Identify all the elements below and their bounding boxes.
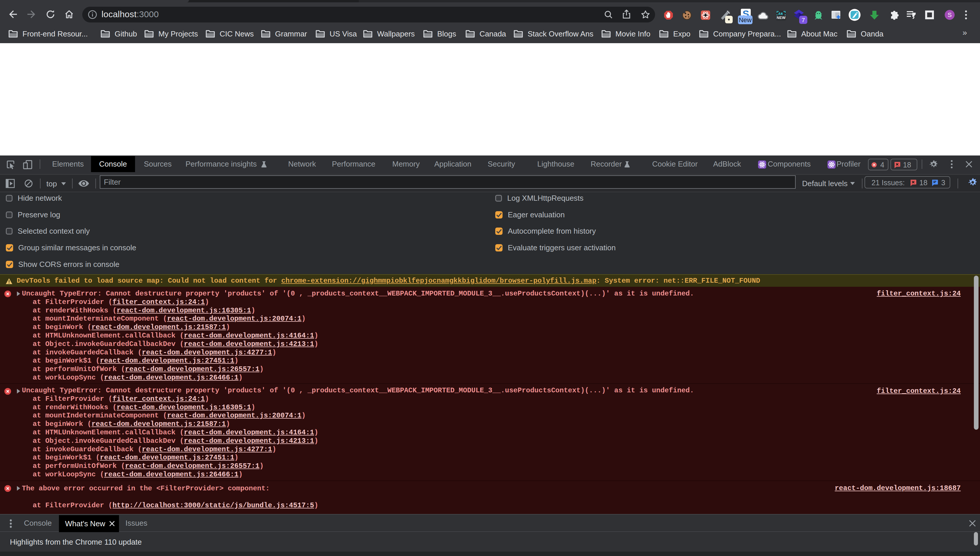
svg-text:7: 7 (801, 17, 805, 23)
svg-text:New: New (739, 16, 752, 24)
svg-text:NEW: NEW (777, 15, 786, 20)
